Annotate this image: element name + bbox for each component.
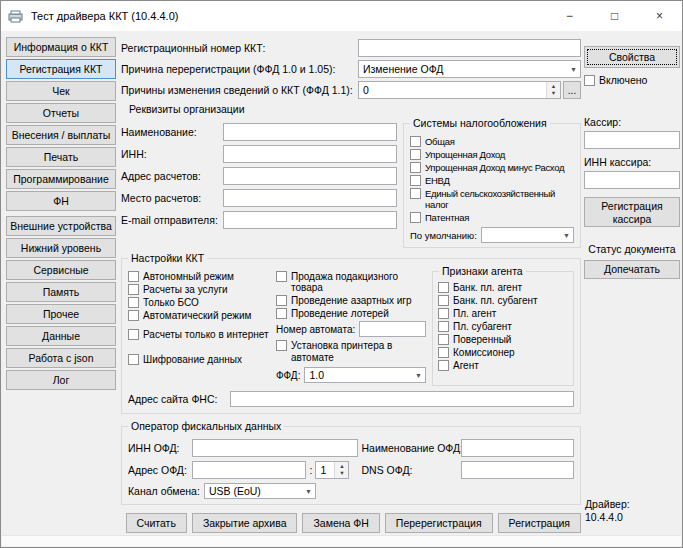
- action-buttons: Считать Закрытие архива Замена ФН Перере…: [121, 513, 581, 533]
- ofd-port-spinner[interactable]: 1 ▲ ▼: [315, 461, 349, 479]
- rereg-reason-value: Изменение ОФД: [363, 63, 443, 75]
- automat-number-input[interactable]: [359, 321, 426, 337]
- checkbox-autonomous-mode[interactable]: Автономный режим: [128, 271, 270, 282]
- sidebar-item-memory[interactable]: Память: [6, 282, 116, 302]
- cashier-inn-input[interactable]: [584, 171, 680, 189]
- dropdown-icon: ▼: [301, 488, 312, 495]
- ofd-channel-select[interactable]: USB (EoU) ▼: [204, 483, 316, 499]
- checkbox-label: Пл. субагент: [453, 321, 512, 332]
- reregistration-button[interactable]: Перерегистрация: [385, 513, 493, 533]
- checkbox-printer-in-automat[interactable]: Установка принтера в автомате: [276, 340, 426, 363]
- sidebar-item-external-devices[interactable]: Внешние устройства: [6, 216, 116, 236]
- horizontal-scrollbar[interactable]: [2, 535, 681, 546]
- checkbox-lotteries[interactable]: Проведение лотерей: [276, 308, 426, 319]
- replace-fn-button[interactable]: Замена ФН: [302, 513, 379, 533]
- org-email-input[interactable]: [223, 211, 397, 229]
- ofd-inn-label: ИНН ОФД:: [128, 442, 188, 454]
- read-button[interactable]: Считать: [126, 513, 187, 533]
- minimize-button[interactable]: −: [547, 1, 592, 31]
- close-archive-button[interactable]: Закрытие архива: [192, 513, 298, 533]
- fns-site-input[interactable]: [230, 391, 574, 407]
- sidebar-item-receipt[interactable]: Чек: [6, 81, 116, 101]
- org-fields: Наименование: ИНН: Адрес расчетов: Место…: [121, 123, 397, 248]
- checkbox-automatic-mode[interactable]: Автоматический режим: [128, 310, 270, 321]
- sidebar-item-low-level[interactable]: Нижний уровень: [6, 238, 116, 258]
- org-name-input[interactable]: [223, 123, 397, 141]
- checkbox-bank-subagent[interactable]: Банк. пл. субагент: [438, 295, 568, 306]
- checkbox-excise-goods[interactable]: Продажа подакцизного товара: [276, 271, 426, 293]
- ofd-address-label: Адрес ОФД:: [128, 464, 188, 476]
- sidebar-item-kkt-registration[interactable]: Регистрация ККТ: [6, 59, 116, 79]
- checkbox-label: Пл. агент: [453, 308, 496, 319]
- reg-number-input[interactable]: [358, 39, 581, 57]
- change-reasons-spinner[interactable]: 0 ▲ ▼: [358, 81, 561, 99]
- checkbox-gambling[interactable]: Проведение азартных игр: [276, 295, 426, 306]
- ofd-name-label: Наименование ОФД:: [362, 442, 457, 454]
- sidebar-item-json[interactable]: Работа с json: [6, 348, 116, 368]
- checkbox-tax-usn-income-expense[interactable]: Упрощенная Доход минус Расход: [410, 162, 574, 173]
- checkbox-tax-envd[interactable]: ЕНВД: [410, 175, 574, 186]
- sidebar-item-other[interactable]: Прочее: [6, 304, 116, 324]
- close-button[interactable]: ×: [637, 1, 682, 31]
- checkbox-tax-common[interactable]: Общая: [410, 136, 574, 147]
- ofd-dns-label: DNS ОФД:: [362, 464, 457, 476]
- checkbox-tax-patent[interactable]: Патентная: [410, 212, 574, 223]
- sidebar-item-kkt-info[interactable]: Информация о ККТ: [6, 37, 116, 57]
- checkbox-commissioner[interactable]: Комиссионер: [438, 347, 568, 358]
- checkbox-payment-agent[interactable]: Пл. агент: [438, 308, 568, 319]
- sidebar-item-service[interactable]: Сервисные: [6, 260, 116, 280]
- checkbox-icon: [410, 188, 421, 199]
- window-controls: − □ ×: [547, 1, 682, 31]
- right-panel: Свойства Включено Кассир: ИНН кассира: Р…: [584, 37, 680, 279]
- sidebar-item-programming[interactable]: Программирование: [6, 169, 116, 189]
- checkbox-data-encryption[interactable]: Шифрование данных: [128, 354, 270, 365]
- checkbox-label: Проведение азартных игр: [291, 295, 412, 306]
- checkbox-tax-usn-income[interactable]: Упрощенная Доход: [410, 149, 574, 160]
- doc-status-button[interactable]: Статус документа: [584, 243, 680, 255]
- registration-button[interactable]: Регистрация: [498, 513, 581, 533]
- spinner-buttons[interactable]: ▲ ▼: [546, 82, 560, 98]
- ofd-inn-input[interactable]: [192, 439, 358, 457]
- ofd-dns-input[interactable]: [461, 461, 575, 479]
- checkbox-enabled[interactable]: Включено: [584, 74, 680, 86]
- reprint-button[interactable]: Допечатать: [584, 260, 680, 279]
- org-inn-label: ИНН:: [121, 148, 223, 160]
- checkbox-attorney[interactable]: Поверенный: [438, 334, 568, 345]
- cashier-input[interactable]: [584, 131, 680, 149]
- sidebar-item-reports[interactable]: Отчеты: [6, 103, 116, 123]
- org-inn-input[interactable]: [223, 145, 397, 163]
- ffd-select[interactable]: 1.0 ▼: [304, 367, 426, 383]
- checkbox-label: Агент: [453, 360, 479, 371]
- checkbox-label: Комиссионер: [453, 347, 515, 358]
- maximize-button[interactable]: □: [592, 1, 637, 31]
- sidebar-item-log[interactable]: Лог: [6, 370, 116, 390]
- checkbox-bank-agent[interactable]: Банк. пл. агент: [438, 282, 568, 293]
- sidebar-item-data[interactable]: Данные: [6, 326, 116, 346]
- window-title: Тест драйвера ККТ (10.4.4.0): [31, 10, 178, 22]
- kkt-settings-group: Настройки ККТ Автономный режим Расчеты з…: [121, 258, 581, 414]
- checkbox-agent[interactable]: Агент: [438, 360, 568, 371]
- checkbox-payment-subagent[interactable]: Пл. субагент: [438, 321, 568, 332]
- register-cashier-button[interactable]: Регистрация кассира: [584, 197, 680, 227]
- checkbox-bso-only[interactable]: Только БСО: [128, 297, 270, 308]
- driver-version: Драйвер: 10.4.4.0: [585, 498, 630, 524]
- rereg-reason-select[interactable]: Изменение ОФД ▼: [358, 60, 581, 78]
- sidebar-item-cash-in-out[interactable]: Внесения / выплаты: [6, 125, 116, 145]
- properties-button[interactable]: Свойства: [584, 46, 680, 68]
- dropdown-icon: ▼: [559, 232, 570, 239]
- sidebar-item-fn[interactable]: ФН: [6, 191, 116, 211]
- checkbox-services-payments[interactable]: Расчеты за услуги: [128, 284, 270, 295]
- titlebar[interactable]: Тест драйвера ККТ (10.4.4.0) − □ ×: [1, 1, 682, 31]
- tax-default-select[interactable]: ▼: [481, 227, 574, 243]
- sidebar-item-print[interactable]: Печать: [6, 147, 116, 167]
- checkbox-label: Общая: [425, 136, 455, 147]
- ofd-address-input[interactable]: [192, 461, 306, 479]
- org-place-input[interactable]: [223, 189, 397, 207]
- checkbox-label: ЕНВД: [425, 175, 450, 186]
- org-address-input[interactable]: [223, 167, 397, 185]
- ofd-name-input[interactable]: [461, 439, 575, 457]
- checkbox-tax-eshn[interactable]: Единый сельскохозяйственный налог: [410, 188, 574, 210]
- checkbox-internet-only[interactable]: Расчеты только в интернет: [128, 329, 270, 340]
- spinner-buttons[interactable]: ▲ ▼: [334, 462, 348, 478]
- change-reasons-more-button[interactable]: ...: [563, 81, 581, 99]
